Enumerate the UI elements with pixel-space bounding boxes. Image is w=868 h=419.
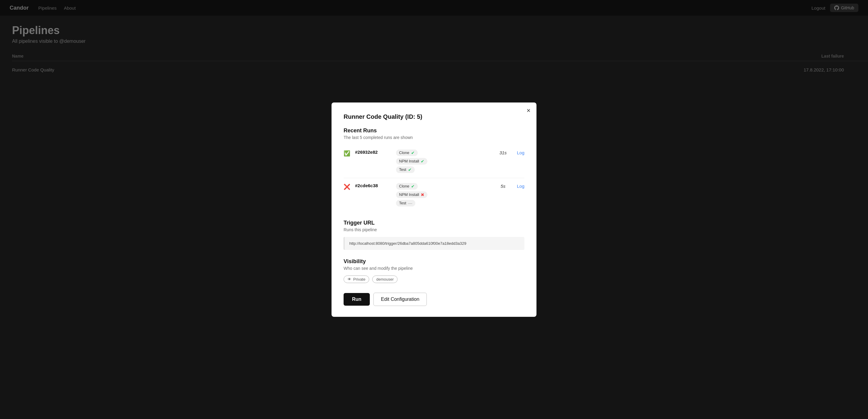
modal: × Runner Code Quality (ID: 5) Recent Run… bbox=[332, 102, 536, 317]
step-npm-1: NPM Install ✖ bbox=[396, 191, 427, 198]
visibility-section: Visibility Who can see and modify the pi… bbox=[344, 258, 524, 283]
run-status-icon-1: ❌ bbox=[344, 184, 350, 190]
step-test-1: Test — bbox=[396, 200, 415, 207]
trigger-url-box[interactable]: http://localhost:8080/trigger/26dba7a805… bbox=[344, 237, 524, 250]
modal-title: Runner Code Quality (ID: 5) bbox=[344, 113, 524, 120]
run-status-icon-0: ✅ bbox=[344, 150, 350, 157]
step-test-0: Test ✔ bbox=[396, 167, 415, 173]
visibility-badge-user: demouser bbox=[372, 275, 398, 283]
run-duration-0: 31s bbox=[494, 150, 512, 155]
run-button[interactable]: Run bbox=[344, 293, 370, 306]
step-test-0-label: Test bbox=[399, 167, 406, 172]
step-clone-1-label: Clone bbox=[399, 184, 409, 188]
run-steps-1: Clone ✔ NPM Install ✖ Test — bbox=[396, 183, 489, 207]
run-duration-1: 5s bbox=[494, 184, 512, 189]
visibility-private-label: Private bbox=[353, 277, 365, 281]
modal-close-button[interactable]: × bbox=[527, 107, 530, 114]
eye-icon: 👁 bbox=[347, 277, 351, 281]
trigger-url-title: Trigger URL bbox=[344, 220, 524, 226]
trigger-url-subtitle: Runs this pipeline bbox=[344, 227, 524, 232]
modal-actions: Run Edit Configuration bbox=[344, 293, 524, 306]
visibility-badges: 👁 Private demouser bbox=[344, 275, 524, 283]
run-id-0: #26932e82 bbox=[355, 150, 391, 155]
step-test-1-label: Test bbox=[399, 201, 406, 205]
run-id-1: #2cde6c38 bbox=[355, 183, 391, 188]
visibility-subtitle: Who can see and modify the pipeline bbox=[344, 266, 524, 271]
trigger-url-section: Trigger URL Runs this pipeline http://lo… bbox=[344, 220, 524, 250]
recent-runs-subtitle: The last 5 completed runs are shown bbox=[344, 135, 524, 140]
run-item-0: ✅ #26932e82 Clone ✔ NPM Install ✔ Test ✔ bbox=[344, 145, 524, 178]
step-test-1-icon: — bbox=[408, 201, 412, 206]
edit-configuration-button[interactable]: Edit Configuration bbox=[373, 293, 427, 306]
recent-runs-section: Recent Runs The last 5 completed runs ar… bbox=[344, 127, 524, 211]
step-npm-0-label: NPM Install bbox=[399, 159, 419, 163]
step-npm-0-icon: ✔ bbox=[421, 159, 424, 164]
step-test-0-icon: ✔ bbox=[408, 167, 412, 172]
run-steps-0: Clone ✔ NPM Install ✔ Test ✔ bbox=[396, 150, 489, 173]
visibility-badge-private: 👁 Private bbox=[344, 275, 369, 283]
step-npm-1-icon: ✖ bbox=[421, 192, 424, 197]
run-log-link-1[interactable]: Log bbox=[517, 184, 524, 189]
step-clone-1-icon: ✔ bbox=[411, 184, 415, 189]
step-clone-0-label: Clone bbox=[399, 150, 409, 155]
modal-overlay: × Runner Code Quality (ID: 5) Recent Run… bbox=[0, 0, 868, 419]
run-log-link-0[interactable]: Log bbox=[517, 150, 524, 155]
step-npm-1-label: NPM Install bbox=[399, 192, 419, 197]
visibility-title: Visibility bbox=[344, 258, 524, 265]
run-item-1: ❌ #2cde6c38 Clone ✔ NPM Install ✖ Test — bbox=[344, 178, 524, 211]
recent-runs-title: Recent Runs bbox=[344, 127, 524, 134]
step-clone-0-icon: ✔ bbox=[411, 150, 415, 155]
step-npm-0: NPM Install ✔ bbox=[396, 158, 427, 164]
step-clone-1: Clone ✔ bbox=[396, 183, 418, 189]
step-clone-0: Clone ✔ bbox=[396, 150, 418, 156]
